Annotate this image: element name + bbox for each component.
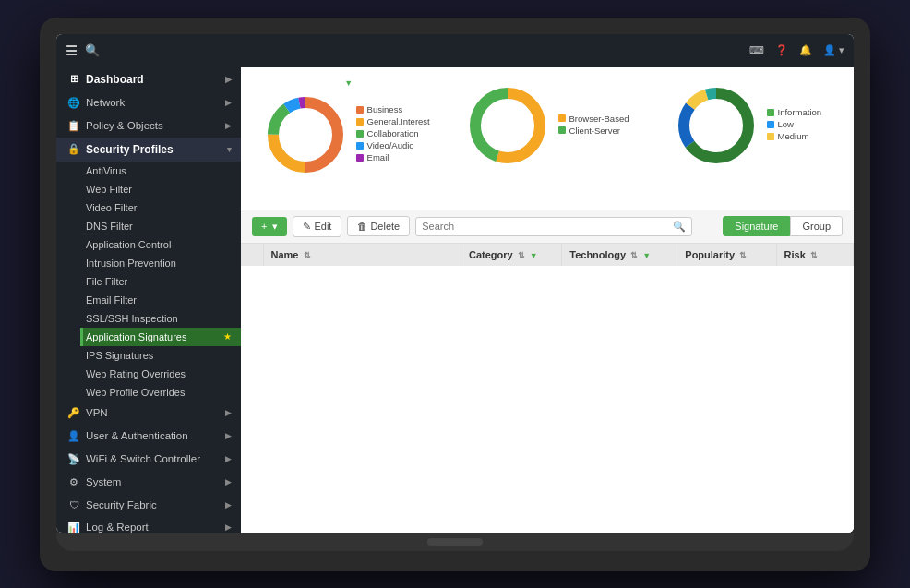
cat-sort-icon: ⇅ (518, 251, 525, 260)
col-header-check (241, 244, 263, 266)
technology-chart-body: Browser-Based Client-Server (466, 84, 629, 167)
sidebar-item-videofilter[interactable]: Video Filter (80, 198, 241, 217)
sidebar-item-dashboard[interactable]: ⊞ Dashboard ▶ (56, 67, 241, 91)
bell-icon[interactable]: 🔔 (799, 44, 812, 56)
risk-chart-body: Information Low Medium (675, 84, 822, 167)
sidebar-label-intrusion: Intrusion Prevention (86, 258, 176, 269)
vpn-icon: 🔑 (67, 407, 80, 419)
sidebar-item-ssl[interactable]: SSL/SSH Inspection (80, 309, 241, 328)
sidebar-item-appsig[interactable]: Application Signatures ★ (80, 328, 241, 346)
sidebar-label-appsig: Application Signatures (86, 331, 186, 342)
sidebar-item-dnsfilter[interactable]: DNS Filter (80, 217, 241, 235)
col-header-risk[interactable]: Risk ⇅ (776, 244, 853, 266)
sidebar-item-webfilter[interactable]: Web Filter (80, 180, 241, 198)
pop-sort-icon: ⇅ (739, 251, 747, 260)
sidebar-label-ssl: SSL/SSH Inspection (86, 313, 178, 324)
delete-icon: 🗑 (357, 221, 367, 232)
sidebar-item-appcontrol[interactable]: Application Control (80, 235, 241, 254)
search-icon-top[interactable]: 🔍 (85, 43, 100, 57)
sidebar-item-wifi[interactable]: 📡 WiFi & Switch Controller ▶ (56, 448, 241, 471)
hamburger-icon[interactable]: ☰ (66, 43, 78, 58)
policy-icon: 📋 (67, 120, 80, 132)
sidebar-label-appcontrol: Application Control (86, 239, 171, 250)
sidebar-item-intrusion[interactable]: Intrusion Prevention (80, 254, 241, 272)
filter-active-icon: ▼ (344, 78, 353, 88)
sidebar-item-vpn[interactable]: 🔑 VPN ▶ (56, 402, 241, 425)
sidebar-item-ipssig[interactable]: IPS Signatures (80, 346, 241, 365)
name-sort-icon: ⇅ (304, 251, 311, 260)
tab-group[interactable]: Group (790, 216, 843, 236)
table-container: Name ⇅ Category ⇅ ▼ Technology ⇅ ▼ (241, 244, 854, 533)
tab-signature[interactable]: Signature (723, 216, 790, 236)
technology-donut (466, 84, 549, 167)
sidebar-item-network[interactable]: 🌐 Network ▶ (56, 91, 241, 114)
tech-filter-icon: ▼ (642, 251, 651, 260)
sidebar-label-antivirus: AntiVirus (86, 165, 126, 176)
col-header-popularity[interactable]: Popularity ⇅ (677, 244, 776, 266)
risk-legend: Information Low Medium (767, 107, 822, 143)
category-donut (264, 93, 347, 176)
laptop-frame: ☰ 🔍 ⌨ ❓ 🔔 👤 ▾ ⊞ Dashboa (40, 18, 870, 571)
search-input[interactable] (422, 221, 673, 232)
technology-legend: Browser-Based Client-Server (558, 114, 629, 138)
sidebar-label-fabric: Security Fabric (86, 499, 157, 510)
sidebar-label-webprofile: Web Profile Overrides (86, 387, 185, 398)
edit-button[interactable]: ✎ Edit (293, 216, 341, 237)
search-icon: 🔍 (673, 221, 686, 233)
risk-sort-icon: ⇅ (810, 251, 818, 260)
laptop-notch (427, 538, 483, 546)
sidebar-item-fabric[interactable]: 🛡 Security Fabric ▶ (56, 494, 241, 516)
edit-icon: ✎ (303, 221, 311, 233)
search-box: 🔍 (415, 217, 692, 236)
sidebar-label-dashboard: Dashboard (86, 73, 144, 86)
sidebar-label-webfilter: Web Filter (86, 184, 132, 195)
sidebar-item-policy[interactable]: 📋 Policy & Objects ▶ (56, 114, 241, 138)
fabric-icon: 🛡 (67, 499, 80, 510)
sidebar-item-emailfilter[interactable]: Email Filter (80, 291, 241, 309)
sidebar-label-emailfilter: Email Filter (86, 294, 137, 306)
sidebar-label-security: Security Profiles (86, 143, 174, 156)
sidebar-item-system[interactable]: ⚙ System ▶ (56, 471, 241, 494)
create-new-button[interactable]: + ▾ (252, 217, 287, 236)
category-title: ▼ (341, 78, 353, 88)
log-icon: 📊 (67, 522, 80, 533)
sidebar-item-webprofile[interactable]: Web Profile Overrides (80, 383, 241, 402)
sidebar-item-antivirus[interactable]: AntiVirus (80, 162, 241, 180)
sidebar-label-network: Network (86, 97, 125, 108)
main-layout: ⊞ Dashboard ▶ 🌐 Network ▶ 📋 Policy & Obj… (56, 67, 854, 533)
sidebar-item-logreport[interactable]: 📊 Log & Report ▶ (56, 516, 241, 533)
table-header-row: Name ⇅ Category ⇅ ▼ Technology ⇅ ▼ (241, 244, 854, 266)
category-chart-body: Business General.Interest Collaboration … (264, 93, 430, 176)
sidebar-label-user: User & Authentication (86, 430, 188, 441)
top-bar-left: ☰ 🔍 (66, 43, 100, 58)
user-menu[interactable]: 👤 ▾ (823, 44, 844, 56)
sidebar-item-security[interactable]: 🔒 Security Profiles ▾ (56, 138, 241, 162)
top-bar: ☰ 🔍 ⌨ ❓ 🔔 👤 ▾ (56, 34, 854, 67)
col-header-technology[interactable]: Technology ⇅ ▼ (562, 244, 677, 266)
sidebar-label-wifi: WiFi & Switch Controller (86, 453, 200, 464)
sidebar-label-policy: Policy & Objects (86, 120, 163, 131)
create-icon: + (261, 221, 267, 232)
laptop-screen: ☰ 🔍 ⌨ ❓ 🔔 👤 ▾ ⊞ Dashboa (56, 34, 854, 533)
dropdown-arrow: ▾ (272, 221, 278, 233)
col-header-category[interactable]: Category ⇅ ▼ (461, 244, 561, 266)
terminal-icon[interactable]: ⌨ (749, 44, 764, 56)
toolbar: + ▾ ✎ Edit 🗑 Delete 🔍 (241, 210, 854, 244)
category-chart: ▼ (256, 78, 437, 198)
cat-filter-icon: ▼ (530, 251, 538, 260)
wifi-icon: 📡 (67, 453, 80, 465)
sidebar-item-filefilter[interactable]: File Filter (80, 272, 241, 291)
category-legend: Business General.Interest Collaboration … (356, 104, 430, 164)
dashboard-icon: ⊞ (67, 73, 80, 85)
sidebar-item-webrating[interactable]: Web Rating Overrides (80, 365, 241, 383)
delete-button[interactable]: 🗑 Delete (347, 216, 410, 236)
sidebar-label-webrating: Web Rating Overrides (86, 368, 186, 379)
security-sub-menu: AntiVirus Web Filter Video Filter DNS Fi… (56, 162, 241, 402)
sidebar-label-dnsfilter: DNS Filter (86, 221, 133, 232)
col-header-name[interactable]: Name ⇅ (263, 244, 461, 266)
help-icon[interactable]: ❓ (775, 44, 788, 56)
risk-chart: Information Low Medium (657, 78, 839, 198)
sidebar-item-user[interactable]: 👤 User & Authentication ▶ (56, 425, 241, 448)
view-tab-group: Signature Group (723, 216, 843, 236)
network-icon: 🌐 (67, 97, 80, 109)
